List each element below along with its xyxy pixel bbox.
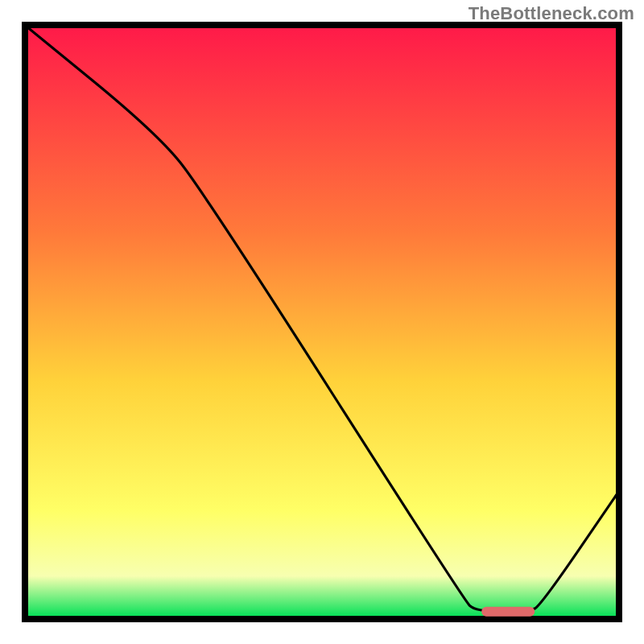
svg-rect-1 [22, 22, 28, 622]
chart-frame: TheBottleneck.com [0, 0, 644, 644]
optimum-marker [481, 607, 535, 617]
svg-rect-2 [22, 616, 622, 622]
heat-gradient-background [27, 27, 617, 617]
svg-rect-4 [616, 22, 622, 622]
svg-rect-3 [22, 22, 622, 28]
bottleneck-chart [0, 0, 644, 644]
